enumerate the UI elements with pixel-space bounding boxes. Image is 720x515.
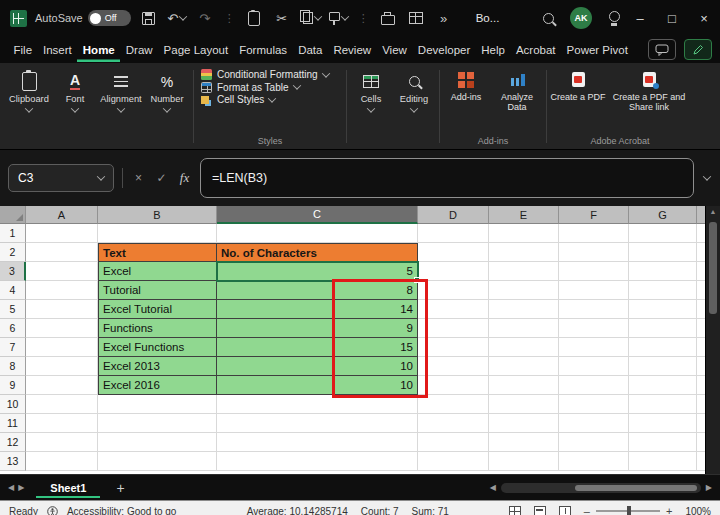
column-header-E[interactable]: E [489, 206, 559, 224]
undo-button[interactable]: ↶ [167, 6, 187, 30]
cell-A12[interactable] [26, 433, 98, 452]
cell-E13[interactable] [489, 452, 559, 471]
cell-F5[interactable] [559, 300, 629, 319]
cell-F12[interactable] [559, 433, 629, 452]
ribbon-tab-insert[interactable]: Insert [38, 38, 78, 62]
maximize-button[interactable]: □ [656, 0, 688, 36]
cell-E2[interactable] [489, 243, 559, 262]
cell-A2[interactable] [26, 243, 98, 262]
ribbon-tab-review[interactable]: Review [328, 38, 377, 62]
cell-G1[interactable] [629, 224, 697, 243]
ribbon-tab-draw[interactable]: Draw [120, 38, 158, 62]
cell-C12[interactable] [217, 433, 418, 452]
ribbon-tab-home[interactable]: Home [77, 38, 120, 62]
status-average[interactable]: Average: 10.14285714 [247, 506, 348, 515]
analyze-data-button[interactable]: Analyze Data [491, 70, 543, 113]
cell-C3[interactable]: 5 [217, 262, 418, 281]
row-header-7[interactable]: 7 [0, 338, 26, 357]
cell-B2[interactable]: Text [98, 243, 217, 262]
cell-D5[interactable] [418, 300, 489, 319]
cell-B3[interactable]: Excel [98, 262, 217, 281]
cell-D10[interactable] [418, 395, 489, 414]
ribbon-group-alignment[interactable]: Alignment [98, 66, 144, 149]
cell-G5[interactable] [629, 300, 697, 319]
ribbon-group-clipboard[interactable]: Clipboard [6, 66, 52, 149]
scroll-up-icon[interactable]: ▲ [706, 208, 720, 215]
row-header-1[interactable]: 1 [0, 224, 26, 243]
cut-button[interactable]: ✂ [272, 6, 292, 30]
row-header-10[interactable]: 10 [0, 395, 26, 414]
cell-A6[interactable] [26, 319, 98, 338]
autosave-toggle[interactable]: AutoSave Off [35, 10, 131, 26]
scroll-left-icon[interactable]: ◀ [490, 483, 496, 492]
add-ins-button[interactable]: Add-ins [443, 70, 489, 102]
ribbon-group-font[interactable]: A Font [52, 66, 98, 149]
cell-E6[interactable] [489, 319, 559, 338]
cell-F13[interactable] [559, 452, 629, 471]
cell-G6[interactable] [629, 319, 697, 338]
cell-E11[interactable] [489, 414, 559, 433]
enter-button[interactable]: ✓ [154, 171, 169, 185]
zoom-thumb[interactable] [627, 506, 631, 515]
cell-E1[interactable] [489, 224, 559, 243]
status-sum[interactable]: Sum: 71 [412, 506, 449, 515]
copy-button[interactable] [300, 6, 321, 30]
sheet-nav-buttons[interactable]: ◀▶ [8, 483, 28, 492]
quick-access-overflow-button[interactable]: » [434, 6, 454, 30]
cell-C11[interactable] [217, 414, 418, 433]
row-header-9[interactable]: 9 [0, 376, 26, 395]
zoom-in-icon[interactable]: + [666, 506, 672, 515]
cell-G13[interactable] [629, 452, 697, 471]
horizontal-scroll-thumb[interactable] [575, 485, 697, 491]
cell-C10[interactable] [217, 395, 418, 414]
zoom-out-icon[interactable]: – [584, 506, 590, 515]
cell-D8[interactable] [418, 357, 489, 376]
cell-F9[interactable] [559, 376, 629, 395]
column-header-G[interactable]: G [629, 206, 697, 224]
row-header-3[interactable]: 3 [0, 262, 26, 281]
horizontal-scroll-track[interactable] [501, 483, 701, 493]
create-pdf-share-button[interactable]: Create a PDF and Share link [608, 70, 690, 113]
cell-partial-9[interactable] [697, 376, 705, 395]
cell-B11[interactable] [98, 414, 217, 433]
vertical-scrollbar[interactable]: ▲ [705, 206, 720, 474]
cell-F1[interactable] [559, 224, 629, 243]
cell-partial-13[interactable] [697, 452, 705, 471]
cell-A5[interactable] [26, 300, 98, 319]
row-header-5[interactable]: 5 [0, 300, 26, 319]
cell-partial-5[interactable] [697, 300, 705, 319]
vertical-scroll-thumb[interactable] [709, 222, 717, 314]
ribbon-group-number[interactable]: % Number [144, 66, 190, 149]
worksheet-grid[interactable]: ABCDEFG12TextNo. of Characters3Excel54Tu… [0, 206, 705, 474]
ribbon-tab-formulas[interactable]: Formulas [234, 38, 293, 62]
insert-function-button[interactable]: fx [177, 170, 192, 186]
cell-C4[interactable]: 8 [217, 281, 418, 300]
cell-E7[interactable] [489, 338, 559, 357]
ribbon-tab-view[interactable]: View [377, 38, 413, 62]
cell-D13[interactable] [418, 452, 489, 471]
cell-A11[interactable] [26, 414, 98, 433]
row-header-11[interactable]: 11 [0, 414, 26, 433]
table-quick-button[interactable] [406, 6, 426, 30]
cell-A3[interactable] [26, 262, 98, 281]
cell-G2[interactable] [629, 243, 697, 262]
cell-B9[interactable]: Excel 2016 [98, 376, 217, 395]
ribbon-tab-data[interactable]: Data [293, 38, 328, 62]
cell-F10[interactable] [559, 395, 629, 414]
format-as-table-button[interactable]: Format as Table [201, 82, 341, 93]
cell-F4[interactable] [559, 281, 629, 300]
ideas-button[interactable] [604, 6, 624, 30]
cell-G9[interactable] [629, 376, 697, 395]
cell-C8[interactable]: 10 [217, 357, 418, 376]
cell-G10[interactable] [629, 395, 697, 414]
cell-D9[interactable] [418, 376, 489, 395]
cell-G4[interactable] [629, 281, 697, 300]
cell-A9[interactable] [26, 376, 98, 395]
column-header-C[interactable]: C [217, 206, 418, 224]
cell-partial-8[interactable] [697, 357, 705, 376]
conditional-formatting-button[interactable]: Conditional Formatting [201, 69, 341, 80]
column-header-F[interactable]: F [559, 206, 629, 224]
cell-G7[interactable] [629, 338, 697, 357]
cell-partial-2[interactable] [697, 243, 705, 262]
column-header-partial[interactable] [697, 206, 705, 224]
